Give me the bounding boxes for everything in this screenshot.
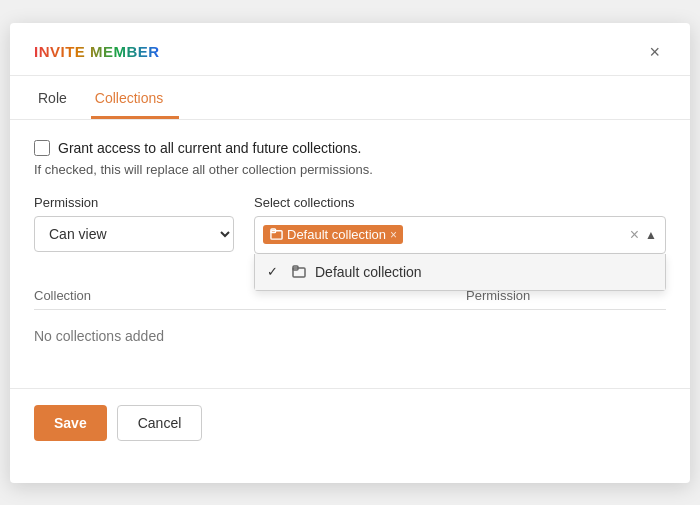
modal-title: INVITE MEMBER — [34, 43, 160, 60]
permission-select[interactable]: Can view Can edit Can manage — [34, 216, 234, 252]
invite-member-modal: INVITE MEMBER × Role Collections Grant a… — [10, 23, 690, 483]
close-button[interactable]: × — [643, 41, 666, 63]
grant-access-row: Grant access to all current and future c… — [34, 140, 666, 156]
collections-dropdown: ✓ Default collection — [254, 254, 666, 291]
collection-tag: Default collection × — [263, 225, 403, 244]
collection-tag-icon — [269, 228, 283, 242]
dropdown-item-default[interactable]: ✓ Default collection — [255, 254, 665, 290]
tabs-container: Role Collections — [10, 76, 690, 120]
modal-footer: Save Cancel — [10, 388, 690, 457]
dropdown-item-label: Default collection — [315, 264, 422, 280]
grant-access-label: Grant access to all current and future c… — [58, 140, 361, 156]
permission-label: Permission — [34, 195, 234, 210]
collections-input-box[interactable]: Default collection × × ▲ — [254, 216, 666, 254]
cancel-button[interactable]: Cancel — [117, 405, 203, 441]
tab-role[interactable]: Role — [34, 76, 83, 119]
input-controls: × ▲ — [630, 227, 657, 243]
collection-tag-label: Default collection — [287, 227, 386, 242]
modal-header: INVITE MEMBER × — [10, 23, 690, 76]
tab-collections[interactable]: Collections — [91, 76, 179, 119]
clear-button[interactable]: × — [630, 227, 639, 243]
modal-body: Grant access to all current and future c… — [10, 120, 690, 372]
dropdown-item-icon — [291, 264, 307, 280]
collections-select-container: Select collections Default collectio — [254, 195, 666, 254]
table-empty-message: No collections added — [34, 320, 666, 352]
select-collections-label: Select collections — [254, 195, 666, 210]
collections-table: Collection Permission No collections add… — [34, 282, 666, 352]
permission-group: Permission Can view Can edit Can manage — [34, 195, 234, 252]
form-row: Permission Can view Can edit Can manage … — [34, 195, 666, 254]
collections-tags: Default collection × — [263, 225, 630, 244]
check-mark-icon: ✓ — [267, 264, 283, 279]
hint-text: If checked, this will replace all other … — [34, 162, 666, 177]
tag-close-button[interactable]: × — [390, 228, 397, 242]
grant-access-checkbox[interactable] — [34, 140, 50, 156]
dropdown-toggle-button[interactable]: ▲ — [645, 229, 657, 241]
save-button[interactable]: Save — [34, 405, 107, 441]
